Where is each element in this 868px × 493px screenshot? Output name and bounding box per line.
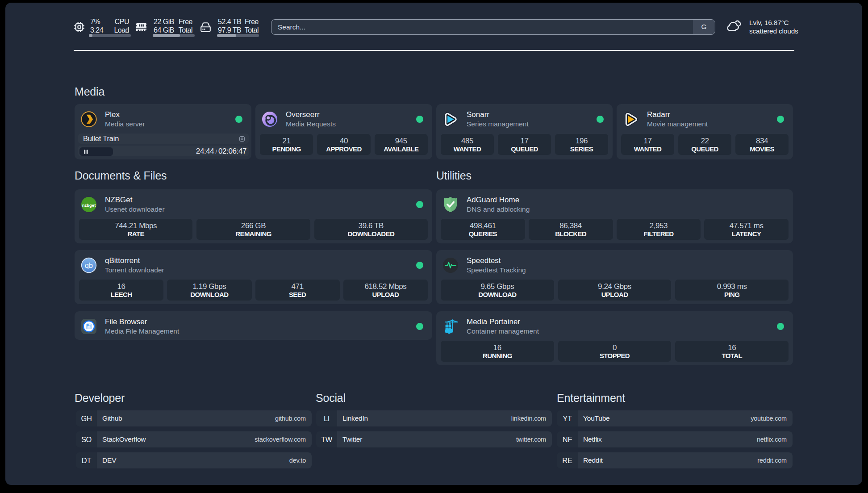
svg-text:nzbget: nzbget bbox=[82, 203, 96, 208]
svg-text:qb: qb bbox=[85, 262, 93, 269]
